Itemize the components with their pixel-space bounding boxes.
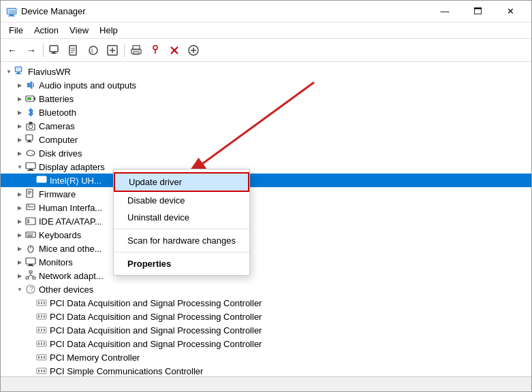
bluetooth-expander[interactable] (14, 107, 25, 118)
network-expander[interactable] (14, 270, 25, 281)
diskdrives-label: Disk drives (39, 148, 82, 159)
pci4-icon (36, 338, 47, 349)
maximize-button[interactable]: 🗖 (462, 2, 493, 21)
svg-rect-43 (26, 163, 35, 169)
svg-rect-29 (16, 74, 21, 74)
toolbar-sep-1 (43, 44, 44, 57)
tree-mice[interactable]: Mice and othe... (1, 242, 531, 255)
device-tree[interactable]: FlaviusWR Audio inputs and outputs Batte… (1, 62, 531, 376)
print-button[interactable] (127, 42, 145, 59)
svg-rect-92 (38, 356, 40, 359)
human-icon (25, 202, 36, 213)
pcimem-label: PCI Memory Controller (50, 353, 140, 363)
svg-rect-78 (44, 301, 45, 304)
svg-rect-7 (51, 53, 57, 54)
tree-pci2[interactable]: PCI Data Acquisition and Signal Processi… (1, 310, 531, 323)
tree-intel[interactable]: Intel(R) UH... (1, 174, 531, 187)
tree-audio[interactable]: Audio inputs and outputs (1, 78, 531, 92)
menu-file[interactable]: File (3, 24, 29, 37)
svg-rect-81 (41, 315, 42, 318)
tree-pcimem[interactable]: PCI Memory Controller (1, 350, 531, 364)
other-expander[interactable] (14, 284, 25, 295)
svg-point-20 (153, 46, 157, 50)
menu-action[interactable]: Action (29, 24, 64, 37)
tree-pci3[interactable]: PCI Data Acquisition and Signal Processi… (1, 323, 531, 337)
tree-batteries[interactable]: Batteries (1, 92, 531, 105)
tree-human[interactable]: Human Interfa... (1, 201, 531, 214)
svg-rect-30 (16, 67, 21, 71)
keyboards-expander[interactable] (14, 229, 25, 240)
svg-rect-76 (38, 301, 40, 304)
pcimem-icon (36, 352, 47, 363)
computer-icon2 (25, 134, 36, 145)
tree-firmware[interactable]: Firmware (1, 187, 531, 201)
forward-button[interactable]: → (22, 42, 40, 59)
tree-pcisimple[interactable]: PCI Simple Communications Controller (1, 364, 531, 376)
diskdrives-expander[interactable] (14, 148, 25, 159)
svg-rect-82 (44, 315, 45, 318)
diskdrives-icon (25, 148, 36, 159)
tree-pci4[interactable]: PCI Data Acquisition and Signal Processi… (1, 337, 531, 350)
svg-rect-47 (38, 178, 45, 181)
human-expander[interactable] (14, 202, 25, 213)
scan-button[interactable] (104, 42, 121, 59)
audio-icon (25, 80, 36, 91)
svg-rect-88 (38, 342, 40, 345)
help-button[interactable] (146, 42, 164, 59)
tree-pci1[interactable]: PCI Data Acquisition and Signal Processi… (1, 296, 531, 310)
properties-button[interactable] (65, 42, 83, 59)
cameras-label: Cameras (39, 121, 75, 131)
main-area: FlaviusWR Audio inputs and outputs Batte… (1, 62, 531, 376)
computer-expander[interactable] (14, 134, 25, 145)
tree-cameras[interactable]: Cameras (1, 119, 531, 133)
svg-rect-45 (27, 170, 34, 171)
svg-point-42 (31, 153, 33, 154)
menu-view[interactable]: View (64, 24, 94, 37)
tree-bluetooth[interactable]: Bluetooth (1, 105, 531, 119)
update-driver-button[interactable]: i (84, 42, 102, 59)
mice-expander[interactable] (14, 243, 25, 254)
minimize-button[interactable]: — (429, 2, 460, 21)
tree-other[interactable]: ? Other devices (1, 282, 531, 296)
tree-ide[interactable]: IDE ATA/ATAP... (1, 214, 531, 228)
back-button[interactable]: ← (3, 42, 21, 59)
close-button[interactable]: ✕ (495, 2, 526, 21)
tree-diskdrives[interactable]: Disk drives (1, 146, 531, 160)
add-hardware-button[interactable] (185, 42, 202, 59)
tree-keyboards[interactable]: Keyboards (1, 228, 531, 242)
tree-computer[interactable]: Computer (1, 133, 531, 146)
show-computer-button[interactable] (46, 42, 64, 59)
batteries-expander[interactable] (14, 93, 25, 104)
audio-expander[interactable] (14, 80, 25, 91)
tree-network[interactable]: Network adapt... (1, 269, 531, 282)
cameras-expander[interactable] (14, 120, 25, 131)
intel-icon (36, 175, 47, 186)
window-title: Device Manager (21, 6, 86, 16)
intel-label: Intel(R) UH... (50, 176, 101, 186)
svg-rect-48 (27, 189, 33, 197)
monitors-expander[interactable] (14, 257, 25, 267)
display-expander[interactable] (14, 161, 25, 172)
firmware-expander[interactable] (14, 189, 25, 199)
root-expander[interactable] (3, 66, 14, 77)
menu-help[interactable]: Help (94, 24, 123, 37)
ctx-update-driver[interactable]: Update driver (114, 172, 249, 192)
pci3-icon (36, 325, 47, 336)
toolbar: ← → i (1, 39, 531, 62)
device-manager-window: DM Device Manager — 🗖 ✕ File Action View… (0, 0, 532, 392)
svg-rect-77 (41, 301, 42, 304)
ctx-uninstall-device[interactable]: Uninstall device (114, 209, 249, 226)
uninstall-button[interactable] (166, 42, 183, 59)
ide-expander[interactable] (14, 216, 25, 227)
ctx-scan-hardware[interactable]: Scan for hardware changes (114, 232, 249, 249)
batteries-label: Batteries (39, 94, 74, 104)
app-icon: DM (6, 6, 17, 17)
tree-root[interactable]: FlaviusWR (1, 65, 531, 78)
ctx-properties[interactable]: Properties (114, 255, 249, 272)
tree-monitors[interactable]: Monitors (1, 255, 531, 269)
pci4-label: PCI Data Acquisition and Signal Processi… (50, 339, 262, 349)
svg-rect-59 (29, 233, 31, 235)
svg-rect-97 (41, 370, 42, 372)
ctx-disable-device[interactable]: Disable device (114, 192, 249, 209)
tree-display[interactable]: Display adapters (1, 160, 531, 174)
